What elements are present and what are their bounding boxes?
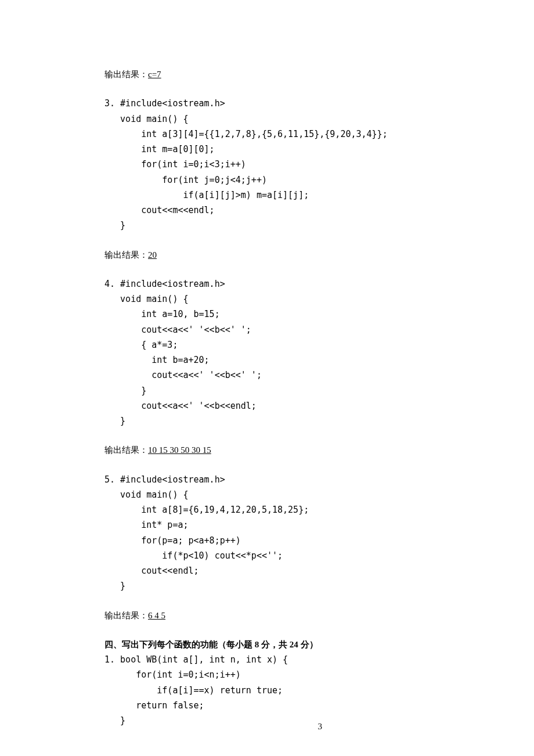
result-line-2: 输出结果：c=7 xyxy=(104,67,325,82)
q41-code-line: return false; xyxy=(104,698,325,713)
q3-code-line: int m=a[0][0]; xyxy=(104,142,325,157)
q4-code-line: } xyxy=(104,383,325,398)
q3-code-line: cout<<m<<endl; xyxy=(104,203,325,218)
q3-code-line: } xyxy=(104,218,325,233)
result-value: 10 15 30 50 30 15 xyxy=(148,445,211,455)
q5-code-line: void main() { xyxy=(104,487,325,502)
q3-code-line: 3. #include<iostream.h> xyxy=(104,96,325,111)
page-content: 输出结果：c=7 3. #include<iostream.h> void ma… xyxy=(0,0,377,756)
q4-code-line: void main() { xyxy=(104,291,325,307)
q3-code-line: if(a[i][j]>m) m=a[i][j]; xyxy=(104,188,325,203)
spacer xyxy=(104,233,325,247)
spacer xyxy=(104,623,325,637)
q3-code-line: for(int j=0;j<4;j++) xyxy=(104,172,325,188)
result-value: c=7 xyxy=(148,70,161,79)
spacer xyxy=(104,82,325,96)
q4-code-line: int b=a+20; xyxy=(104,352,325,368)
spacer xyxy=(104,458,325,472)
q4-code-line: cout<<a<<' '<<b<<' '; xyxy=(104,322,325,337)
q5-code-line: for(p=a; p<a+8;p++) xyxy=(104,533,325,548)
result-label: 输出结果： xyxy=(104,611,148,620)
result-value: 20 xyxy=(148,250,157,260)
result-value: 6 4 5 xyxy=(148,611,165,620)
result-line-5: 输出结果：6 4 5 xyxy=(104,608,325,623)
q4-code-line: cout<<a<<' '<<b<<' '; xyxy=(104,368,325,383)
spacer xyxy=(104,429,325,442)
q41-code-line: for(int i=0;i<n;i++) xyxy=(104,667,325,682)
q41-code-line: } xyxy=(104,713,325,728)
q41-code-line: 1. bool WB(int a[], int n, int x) { xyxy=(104,652,325,667)
result-label: 输出结果： xyxy=(104,250,148,260)
q3-code-line: for(int i=0;i<3;i++) xyxy=(104,157,325,172)
result-label: 输出结果： xyxy=(104,70,148,79)
q5-code-line: int* p=a; xyxy=(104,517,325,532)
q5-code-line: int a[8]={6,19,4,12,20,5,18,25}; xyxy=(104,502,325,517)
q3-code-line: void main() { xyxy=(104,111,325,127)
q41-code-line: if(a[i]==x) return true; xyxy=(104,683,325,698)
q5-code-line: cout<<endl; xyxy=(104,563,325,578)
result-line-3: 输出结果：20 xyxy=(104,247,325,262)
q5-code-line: 5. #include<iostream.h> xyxy=(104,472,325,487)
section-4-heading: 四、写出下列每个函数的功能（每小题 8 分，共 24 分） xyxy=(104,637,325,652)
q3-code-line: int a[3][4]={{1,2,7,8},{5,6,11,15},{9,20… xyxy=(104,127,325,142)
page-number: 3 xyxy=(318,719,323,734)
q5-code-line: } xyxy=(104,578,325,593)
q4-code-line: int a=10, b=15; xyxy=(104,307,325,322)
result-label: 输出结果： xyxy=(104,445,148,455)
q5-code-line: if(*p<10) cout<<*p<<''; xyxy=(104,548,325,563)
q4-code-line: 4. #include<iostream.h> xyxy=(104,276,325,291)
spacer xyxy=(104,262,325,276)
spacer xyxy=(104,594,325,608)
q4-code-line: cout<<a<<' '<<b<<endl; xyxy=(104,398,325,413)
q4-code-line: { a*=3; xyxy=(104,337,325,352)
q4-code-line: } xyxy=(104,413,325,429)
result-line-4: 输出结果：10 15 30 50 30 15 xyxy=(104,442,325,458)
